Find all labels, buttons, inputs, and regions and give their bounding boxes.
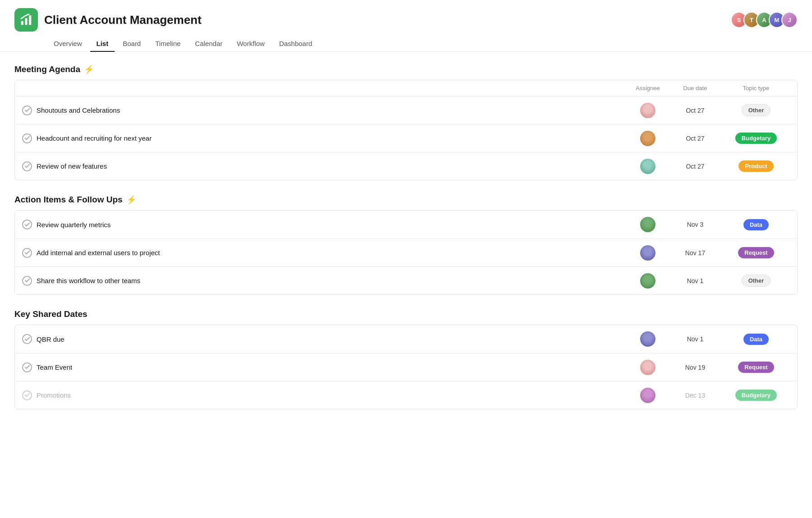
svg-rect-0	[21, 21, 23, 25]
avatar: J	[781, 12, 798, 28]
tab-list[interactable]: List	[90, 36, 115, 52]
table-row: Add internal and external users to proje…	[15, 238, 797, 266]
avatar	[640, 245, 655, 261]
avatar	[640, 388, 655, 403]
task-cell: Shoutouts and Celebrations	[22, 99, 627, 122]
badge-cell: Data	[722, 334, 790, 345]
section-title: Meeting Agenda	[14, 64, 80, 74]
topic-badge[interactable]: Other	[742, 104, 771, 116]
due-date: Nov 1	[668, 335, 722, 343]
lightning-icon: ⚡	[84, 64, 94, 74]
check-icon[interactable]	[22, 220, 32, 229]
due-date: Oct 27	[668, 163, 722, 170]
assignee-cell	[627, 103, 668, 118]
due-date: Oct 27	[668, 107, 722, 114]
collaborator-avatars: S T A M J	[731, 12, 798, 28]
section-key-shared-dates: Key Shared Dates QBR due Nov 1 Data	[14, 309, 798, 409]
badge-cell: Request	[722, 362, 790, 373]
badge-cell: Other	[722, 275, 790, 287]
col-task	[22, 80, 627, 96]
check-icon[interactable]	[22, 362, 32, 372]
check-icon[interactable]	[22, 334, 32, 344]
due-date: Nov 1	[668, 277, 722, 284]
due-date: Nov 3	[668, 221, 722, 228]
avatar	[640, 131, 655, 146]
task-cell: Promotions	[22, 384, 627, 407]
header: Client Account Management S T A M J	[0, 0, 812, 32]
task-name: Review of new features	[37, 162, 107, 170]
section-header: Action Items & Follow Ups ⚡	[14, 195, 798, 205]
action-items-table: Review quarterly metrics Nov 3 Data Add …	[14, 210, 798, 295]
col-topic-type: Topic type	[722, 80, 790, 96]
badge-cell: Data	[722, 219, 790, 230]
task-name: Promotions	[37, 391, 71, 399]
section-action-items: Action Items & Follow Ups ⚡ Review quart…	[14, 195, 798, 295]
tab-overview[interactable]: Overview	[47, 36, 88, 52]
avatar	[640, 273, 655, 289]
tab-calendar[interactable]: Calendar	[189, 36, 229, 52]
task-cell: Team Event	[22, 356, 627, 379]
assignee-cell	[627, 159, 668, 174]
svg-rect-2	[29, 15, 31, 25]
assignee-cell	[627, 131, 668, 146]
task-name: QBR due	[37, 335, 65, 343]
assignee-cell	[627, 360, 668, 375]
tab-workflow[interactable]: Workflow	[231, 36, 271, 52]
assignee-cell	[627, 331, 668, 347]
section-header: Meeting Agenda ⚡	[14, 64, 798, 74]
meeting-agenda-table: Assignee Due date Topic type Shoutouts a…	[14, 80, 798, 180]
check-icon[interactable]	[22, 161, 32, 171]
section-header: Key Shared Dates	[14, 309, 798, 319]
task-cell: Add internal and external users to proje…	[22, 242, 627, 264]
table-row: Review quarterly metrics Nov 3 Data	[15, 211, 797, 238]
task-name: Add internal and external users to proje…	[37, 249, 160, 257]
topic-badge[interactable]: Budgetary	[735, 390, 777, 401]
tab-board[interactable]: Board	[116, 36, 147, 52]
task-name: Headcount and recruiting for next year	[37, 134, 152, 142]
check-icon[interactable]	[22, 133, 32, 143]
page-title: Client Account Management	[44, 13, 202, 27]
assignee-cell	[627, 273, 668, 289]
due-date: Oct 27	[668, 135, 722, 142]
check-icon[interactable]	[22, 390, 32, 400]
topic-badge[interactable]: Other	[742, 275, 771, 287]
svg-rect-1	[25, 18, 28, 25]
tab-timeline[interactable]: Timeline	[149, 36, 187, 52]
section-title: Key Shared Dates	[14, 309, 88, 319]
tab-dashboard[interactable]: Dashboard	[273, 36, 318, 52]
task-cell: Share this workflow to other teams	[22, 270, 627, 292]
section-meeting-agenda: Meeting Agenda ⚡ Assignee Due date Topic…	[14, 64, 798, 180]
task-cell: Review quarterly metrics	[22, 213, 627, 236]
task-cell: QBR due	[22, 328, 627, 350]
topic-badge[interactable]: Product	[738, 160, 773, 172]
badge-cell: Budgetary	[722, 390, 790, 401]
badge-cell: Product	[722, 160, 790, 172]
topic-badge[interactable]: Data	[743, 334, 769, 345]
avatar	[640, 331, 655, 347]
avatar	[640, 217, 655, 232]
avatar	[640, 103, 655, 118]
check-icon[interactable]	[22, 105, 32, 115]
topic-badge[interactable]: Data	[743, 219, 769, 230]
avatar	[640, 159, 655, 174]
task-name: Review quarterly metrics	[37, 221, 111, 229]
key-dates-table: QBR due Nov 1 Data Team Event	[14, 325, 798, 409]
table-row: Review of new features Oct 27 Product	[15, 152, 797, 180]
table-row: Shoutouts and Celebrations Oct 27 Other	[15, 96, 797, 124]
check-icon[interactable]	[22, 248, 32, 258]
due-date: Nov 17	[668, 249, 722, 257]
table-row: Headcount and recruiting for next year O…	[15, 124, 797, 152]
section-title: Action Items & Follow Ups	[14, 195, 123, 205]
topic-badge[interactable]: Request	[738, 362, 774, 373]
check-icon[interactable]	[22, 276, 32, 286]
due-date: Nov 19	[668, 364, 722, 371]
assignee-cell	[627, 217, 668, 232]
badge-cell: Budgetary	[722, 133, 790, 144]
topic-badge[interactable]: Request	[738, 247, 774, 258]
topic-badge[interactable]: Budgetary	[735, 133, 777, 144]
task-cell: Review of new features	[22, 155, 627, 178]
task-name: Team Event	[37, 363, 72, 371]
avatar	[640, 360, 655, 375]
table-row: Share this workflow to other teams Nov 1…	[15, 266, 797, 294]
lightning-icon: ⚡	[126, 195, 136, 205]
